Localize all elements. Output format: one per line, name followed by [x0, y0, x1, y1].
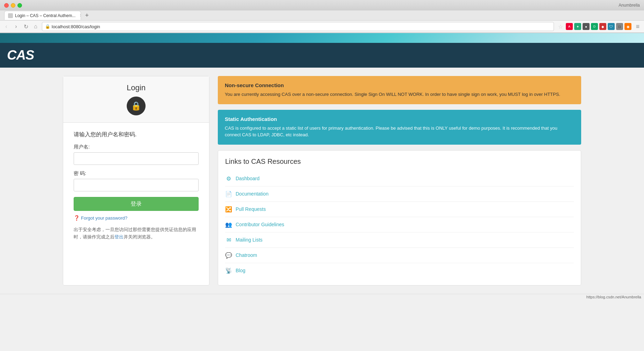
resource-item[interactable]: 📡 Blog — [225, 263, 574, 278]
tab-title: Login – CAS – Central Authem... — [15, 13, 75, 18]
resource-icon: ✉ — [225, 237, 232, 243]
login-header: Login 🔒 — [63, 76, 209, 123]
home-button[interactable]: ⌂ — [32, 23, 39, 30]
url-text: localhost:8080/cas/login — [52, 24, 100, 29]
forgot-password-link[interactable]: ❓ Forgot your password? — [74, 215, 199, 221]
resource-link[interactable]: Contributor Guidelines — [236, 222, 284, 227]
security-notice-text-2: 并关闭浏览器。 — [124, 234, 155, 239]
security-notice: 出于安全考虑，一旦您访问过那些需要您提供凭证信息的应用时，请操作完成之后登出并关… — [74, 226, 199, 241]
resource-item[interactable]: 🔀 Pull Requests — [225, 202, 574, 217]
password-group: 密 码: — [74, 170, 199, 191]
warning-text: You are currently accessing CAS over a n… — [225, 91, 574, 98]
ext-icon-4: D — [591, 23, 598, 30]
forward-button[interactable]: › — [13, 23, 20, 30]
login-button[interactable]: 登录 — [74, 197, 199, 211]
info-text: CAS is configured to accept a static lis… — [225, 125, 574, 138]
resources-list: ⚙ Dashboard 📄 Documentation 🔀 Pull Reque… — [225, 171, 574, 278]
resources-title: Links to CAS Resources — [225, 158, 574, 166]
ext-icon-3: ● — [583, 23, 590, 30]
resource-icon: 👥 — [225, 221, 232, 228]
resource-link[interactable]: Documentation — [236, 191, 268, 197]
tab-bar: Login – CAS – Central Authem... ✕ + — [0, 10, 644, 20]
resource-icon: 📡 — [225, 267, 232, 274]
login-title: Login — [70, 83, 202, 92]
app-header: CAS — [0, 43, 644, 68]
username-input[interactable] — [74, 152, 199, 165]
login-form-area: 请输入您的用户名和密码. 用户名: 密 码: 登录 ❓ Forgot your … — [63, 123, 209, 251]
tab-favicon — [8, 13, 13, 18]
login-prompt: 请输入您的用户名和密码. — [74, 131, 199, 138]
info-alert: Static Authentication CAS is configured … — [218, 110, 581, 145]
reload-button[interactable]: ↻ — [22, 23, 29, 30]
resource-item[interactable]: ⚙ Dashboard — [225, 171, 574, 186]
right-panel: Non-secure Connection You are currently … — [218, 76, 581, 285]
password-label: 密 码: — [74, 170, 199, 177]
resource-item[interactable]: ✉ Mailing Lists — [225, 232, 574, 248]
menu-button[interactable]: ≡ — [634, 23, 641, 30]
resource-icon: 📄 — [225, 191, 232, 197]
ext-icon-1: A — [566, 23, 573, 30]
resource-icon: 🔀 — [225, 206, 232, 213]
logout-link[interactable]: 登出 — [114, 234, 124, 239]
new-tab-button[interactable]: + — [82, 11, 91, 20]
forgot-link-text: Forgot your password? — [81, 215, 127, 221]
resource-item[interactable]: 👥 Contributor Guidelines — [225, 217, 574, 232]
resources-panel: Links to CAS Resources ⚙ Dashboard 📄 Doc… — [218, 150, 581, 285]
resource-link[interactable]: Chatroom — [236, 252, 257, 258]
minimize-button[interactable] — [11, 3, 15, 8]
username-label: 用户名: — [74, 144, 199, 150]
bookmark-icon[interactable]: ☆ — [558, 23, 563, 30]
title-bar: Anumbrella — [0, 0, 644, 10]
address-bar[interactable]: 🔒 localhost:8080/cas/login — [42, 22, 554, 31]
main-content: Login 🔒 请输入您的用户名和密码. 用户名: 密 码: 登录 ❓ Forg… — [0, 68, 644, 294]
resource-icon: 💬 — [225, 252, 232, 259]
ext-icon-6: 🛡 — [608, 23, 615, 30]
info-title: Static Authentication — [225, 116, 574, 122]
ext-icon-7: □ — [616, 23, 623, 30]
help-icon: ❓ — [74, 215, 80, 221]
tab-close-icon[interactable]: ✕ — [80, 13, 81, 18]
lock-icon: 🔒 — [45, 24, 50, 29]
username-display: Anumbrella — [619, 3, 640, 8]
cas-logo: CAS — [7, 48, 34, 63]
resource-link[interactable]: Dashboard — [236, 176, 260, 181]
ext-icon-5: ◆ — [599, 23, 606, 30]
hero-banner — [0, 33, 644, 43]
status-url: https://blog.csdn.net/Anumbrella — [586, 295, 641, 299]
close-button[interactable] — [4, 3, 9, 8]
resource-link[interactable]: Pull Requests — [236, 206, 266, 212]
ext-icon-8: ◉ — [624, 23, 631, 30]
traffic-lights — [4, 3, 22, 8]
maximize-button[interactable] — [17, 3, 22, 8]
username-group: 用户名: — [74, 144, 199, 165]
resource-item[interactable]: 💬 Chatroom — [225, 248, 574, 263]
status-bar: https://blog.csdn.net/Anumbrella — [0, 294, 644, 300]
lock-icon-glyph: 🔒 — [131, 101, 141, 111]
resource-link[interactable]: Blog — [236, 268, 245, 273]
address-bar-row: ‹ › ↻ ⌂ 🔒 localhost:8080/cas/login ☆ A ✦… — [0, 20, 644, 33]
password-input[interactable] — [74, 179, 199, 191]
browser-chrome: Anumbrella Login – CAS – Central Authem.… — [0, 0, 644, 33]
extension-icons: A ✦ ● D ◆ 🛡 □ ◉ — [566, 23, 631, 30]
resource-link[interactable]: Mailing Lists — [236, 237, 262, 243]
lock-icon-circle: 🔒 — [127, 97, 146, 115]
forgot-password-row: ❓ Forgot your password? — [74, 215, 199, 221]
warning-title: Non-secure Connection — [225, 82, 574, 88]
ext-icon-2: ✦ — [574, 23, 581, 30]
login-panel: Login 🔒 请输入您的用户名和密码. 用户名: 密 码: 登录 ❓ Forg… — [63, 76, 209, 285]
browser-tab[interactable]: Login – CAS – Central Authem... ✕ — [4, 11, 81, 20]
back-button[interactable]: ‹ — [3, 23, 10, 30]
warning-alert: Non-secure Connection You are currently … — [218, 76, 581, 104]
resource-icon: ⚙ — [225, 175, 232, 182]
resource-item[interactable]: 📄 Documentation — [225, 186, 574, 202]
